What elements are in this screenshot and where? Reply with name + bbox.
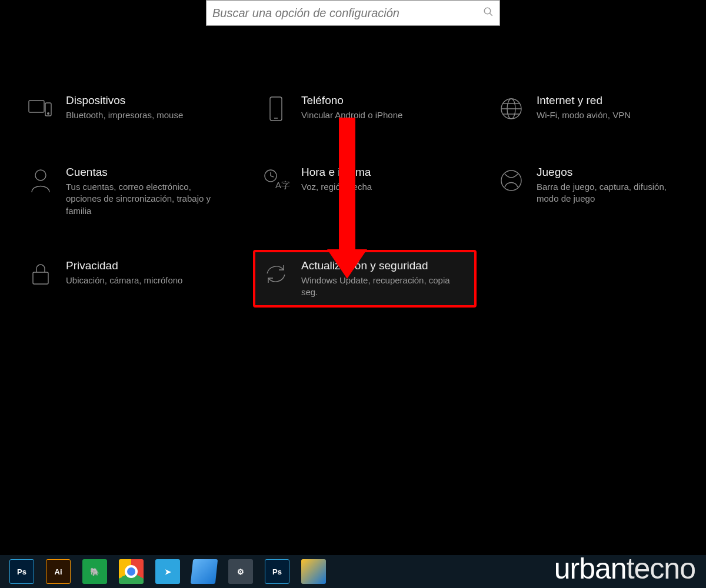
svg-point-0 <box>484 8 491 14</box>
svg-text:A字: A字 <box>275 180 289 190</box>
globe-icon <box>497 94 526 123</box>
settings-search[interactable] <box>206 0 500 26</box>
tile-title: Privacidad <box>66 259 182 272</box>
tile-network[interactable]: Internet y red Wi-Fi, modo avión, VPN <box>488 85 706 133</box>
tile-update-security[interactable]: Actualización y seguridad Windows Update… <box>253 250 477 308</box>
sync-icon <box>261 259 291 289</box>
search-bar-container <box>0 0 706 26</box>
tile-title: Hora e idioma <box>301 166 372 179</box>
watermark-a: urban <box>554 552 627 585</box>
time-language-icon: A字 <box>261 166 291 195</box>
tile-subtitle: Windows Update, recuperación, copia seg. <box>301 275 454 299</box>
svg-rect-5 <box>270 97 282 121</box>
taskbar-notepad-icon[interactable] <box>191 559 218 584</box>
tile-subtitle: Barra de juego, captura, difusión, modo … <box>537 181 690 205</box>
svg-line-15 <box>271 176 274 177</box>
svg-rect-2 <box>29 101 44 112</box>
taskbar-photoshop2-icon[interactable]: Ps <box>265 559 289 584</box>
svg-rect-18 <box>33 272 48 284</box>
tile-title: Internet y red <box>537 94 631 107</box>
tile-gaming[interactable]: Juegos Barra de juego, captura, difusión… <box>488 156 706 226</box>
tile-subtitle: Vincular Android o iPhone <box>301 109 402 121</box>
taskbar-photoshop-icon[interactable]: Ps <box>9 559 34 584</box>
taskbar-settings-icon[interactable]: ⚙ <box>228 559 253 584</box>
tile-subtitle: Ubicación, cámara, micrófono <box>66 275 182 286</box>
tile-time-language[interactable]: A字 Hora e idioma Voz, región, fecha <box>253 156 477 226</box>
xbox-icon <box>497 166 526 195</box>
tile-phone[interactable]: Teléfono Vincular Android o iPhone <box>253 85 477 133</box>
tile-privacy[interactable]: Privacidad Ubicación, cámara, micrófono <box>18 250 241 308</box>
taskbar-evernote-icon[interactable]: 🐘 <box>82 559 107 584</box>
person-icon <box>26 166 55 195</box>
tile-title: Juegos <box>537 166 690 179</box>
watermark-b: tecno <box>627 552 695 585</box>
devices-icon <box>26 94 55 123</box>
taskbar-chrome-icon[interactable] <box>119 559 144 584</box>
tile-subtitle: Tus cuentas, correo electrónico, opcione… <box>66 181 219 217</box>
tile-title: Actualización y seguridad <box>301 259 454 272</box>
svg-point-17 <box>501 171 521 191</box>
taskbar-telegram-icon[interactable]: ➤ <box>155 559 180 584</box>
taskbar-illustrator-icon[interactable]: Ai <box>46 559 71 584</box>
search-input[interactable] <box>212 6 483 20</box>
svg-line-1 <box>489 13 492 16</box>
taskbar-outlook-icon[interactable] <box>301 559 326 584</box>
settings-grid: Dispositivos Bluetooth, impresoras, mous… <box>0 85 706 308</box>
watermark: urbantecno <box>554 552 695 586</box>
svg-point-4 <box>48 113 49 115</box>
tile-title: Teléfono <box>301 94 402 107</box>
tile-title: Cuentas <box>66 166 219 179</box>
lock-icon <box>26 259 55 289</box>
phone-icon <box>261 94 291 123</box>
tile-title: Dispositivos <box>66 94 183 107</box>
tile-accounts[interactable]: Cuentas Tus cuentas, correo electrónico,… <box>18 156 241 226</box>
tile-subtitle: Bluetooth, impresoras, mouse <box>66 109 183 121</box>
svg-point-12 <box>35 170 46 181</box>
tile-subtitle: Wi-Fi, modo avión, VPN <box>537 109 631 121</box>
tile-devices[interactable]: Dispositivos Bluetooth, impresoras, mous… <box>18 85 241 133</box>
tile-subtitle: Voz, región, fecha <box>301 181 372 193</box>
search-icon <box>483 6 494 20</box>
